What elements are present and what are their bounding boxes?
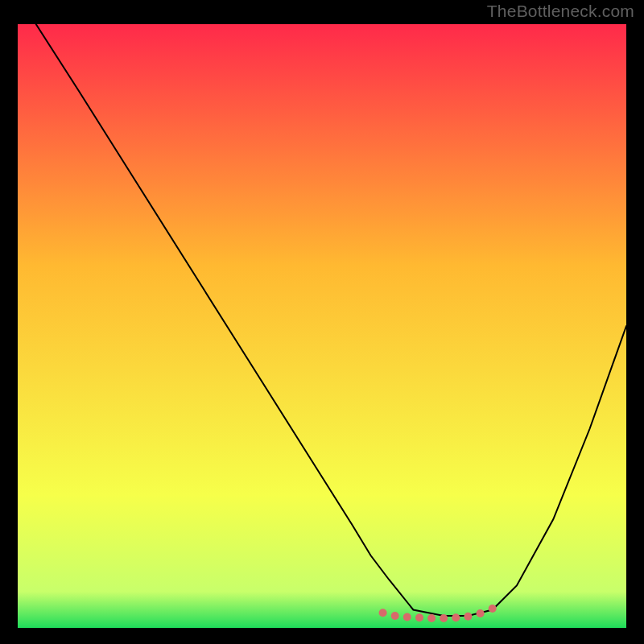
plot-area xyxy=(18,24,626,628)
optimal-point xyxy=(391,612,399,620)
optimal-point xyxy=(489,605,497,613)
optimal-point xyxy=(464,613,472,621)
optimal-point xyxy=(379,609,387,617)
chart-frame: TheBottleneck.com xyxy=(0,0,644,644)
optimal-point xyxy=(440,614,448,622)
optimal-point xyxy=(452,613,460,621)
optimal-markers xyxy=(379,605,497,622)
optimal-point xyxy=(427,614,436,622)
optimal-point xyxy=(403,613,411,621)
optimal-point xyxy=(477,609,485,617)
optimal-point xyxy=(415,613,423,621)
attribution-text: TheBottleneck.com xyxy=(487,2,634,21)
curve-layer xyxy=(18,24,626,628)
main-curve xyxy=(36,24,626,616)
